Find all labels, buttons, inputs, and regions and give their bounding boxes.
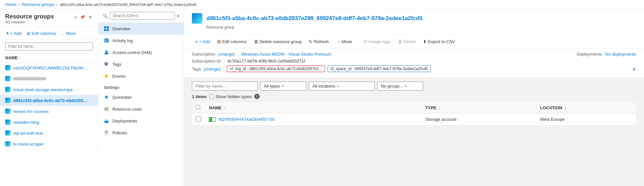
nav-item-costs[interactable]: $ Resource costs xyxy=(99,103,184,115)
nav-item-activity-label: Activity log xyxy=(112,38,133,43)
columns-icon-content: ⊞ xyxy=(217,39,221,44)
types-filter-select[interactable]: All types ▾ xyxy=(260,82,306,91)
more-button[interactable]: ... More xyxy=(60,30,76,37)
delete-resource-group-button[interactable]: 🗑 Delete resource group xyxy=(251,38,305,45)
nav-item-events[interactable]: Events xyxy=(99,70,184,82)
location-sort-icon[interactable]: ↕ xyxy=(564,106,566,110)
content-edit-columns-button[interactable]: ⊞ Edit columns xyxy=(214,38,250,45)
resource-title: d861c5f3-a5ba-4c0c-ab73-e0db2937e299_699… xyxy=(206,15,423,22)
move-icon: → xyxy=(336,39,340,44)
nav-item-events-label: Events xyxy=(112,74,126,79)
nav-item-iam-label: Access control (IAM) xyxy=(112,50,152,55)
type-sort-icon[interactable]: ↕ xyxy=(439,106,441,110)
chevron-down-icon: ▾ xyxy=(282,84,284,88)
grouping-filter-label: No groupi... xyxy=(381,84,403,89)
deployments-value[interactable]: No deployments xyxy=(605,52,636,57)
resource-type: Resource group xyxy=(206,25,636,30)
nav-item-tags[interactable]: Tags xyxy=(99,58,184,70)
export-icon: ⬇ xyxy=(423,39,426,44)
assign-tags-icon: 🏷 xyxy=(363,39,367,44)
nav-collapse-button[interactable]: « xyxy=(177,13,180,19)
info-icon: i xyxy=(254,94,260,99)
tags-change-link[interactable]: (change) xyxy=(203,66,220,71)
resource-filter-input[interactable] xyxy=(192,82,258,91)
nav-item-costs-label: Resource costs xyxy=(112,107,142,112)
sidebar-collapse-button[interactable]: « xyxy=(74,14,78,20)
subscription-change-link[interactable]: (change) xyxy=(218,52,235,57)
sidebar-item-label-3: d861c5f3-a5ba-4c0c-ab73-e0db293... xyxy=(13,98,87,103)
activity-icon xyxy=(104,38,109,43)
breadcrumb-resource-groups[interactable]: Resource groups xyxy=(22,2,55,7)
refresh-button[interactable]: ↻ Refresh xyxy=(306,38,332,45)
subscription-name-link[interactable]: Windows Azure MSDN - Visual Studio Premi… xyxy=(241,52,331,57)
show-hidden-types-checkbox[interactable] xyxy=(209,94,214,99)
move-button[interactable]: → Move xyxy=(333,38,356,45)
name-sort-icon[interactable]: ↕ xyxy=(224,106,226,110)
deployments-icon xyxy=(104,118,109,123)
subscription-id-value: 4c70a177-b978-43f9-9fc0-1e50dd20271f xyxy=(227,59,305,64)
sidebar-item-label-7: tv-maze-scraper xyxy=(13,142,44,146)
assign-tags-button[interactable]: 🏷 Assign tags xyxy=(360,38,394,45)
content-toolbar: + + Add ⊞ Edit columns 🗑 Delete resource… xyxy=(184,35,644,48)
nav-item-tags-label: Tags xyxy=(112,62,121,67)
nav-item-deployments[interactable]: Deployments xyxy=(99,115,184,127)
nav-item-policies[interactable]: Policies xyxy=(99,127,184,139)
locations-filter-select[interactable]: All locations ▾ xyxy=(309,82,375,91)
sidebar-item-5[interactable]: rwwilden-blog xyxy=(0,117,98,128)
types-filter-label: All types xyxy=(264,84,280,89)
nav-search-input[interactable] xyxy=(110,12,175,20)
sidebar-item-1[interactable] xyxy=(0,73,98,84)
nav-item-quickstart[interactable]: Quickstart xyxy=(99,91,184,103)
breadcrumb-home[interactable]: Home xyxy=(5,2,17,7)
sidebar-filter-input[interactable] xyxy=(5,42,93,50)
tag-badge-1[interactable]: cf_space_id : 699247e8-ddf7-4eb7-979a-2e… xyxy=(328,66,431,72)
th-name: NAME ↕ xyxy=(205,102,421,113)
subscription-id-label: Subscription ID xyxy=(192,59,221,64)
nav-item-overview[interactable]: Overview xyxy=(99,23,184,35)
resource-name-link[interactable]: fd24559344474a43b4455730 xyxy=(219,117,275,122)
columns-icon: ⊞ xyxy=(27,31,30,36)
show-hidden-types-label[interactable]: Show hidden types xyxy=(209,94,252,99)
sidebar-item-0[interactable]: cdsSGQPXR45CUMWBCZHLTlMJM-... xyxy=(0,63,98,73)
content-header: d861c5f3-a5ba-4c0c-ab73-e0db2937e299_699… xyxy=(184,9,644,35)
nav-search-area: 🔍 « xyxy=(99,9,184,23)
breadcrumb: Home › Resource groups › d861c5f3-a5ba-4… xyxy=(0,0,644,9)
resource-table: NAME ↕ TYPE ↕ LOCATION ↕ xyxy=(192,102,636,125)
subscription-info: Subscription (change) : Windows Azure MS… xyxy=(184,48,644,78)
svg-rect-6 xyxy=(105,40,107,41)
export-csv-button[interactable]: ⬇ Export to CSV xyxy=(420,38,458,45)
sidebar-pin-button[interactable]: 📌 xyxy=(80,14,86,20)
policies-icon xyxy=(104,130,109,135)
sidebar-item-2[interactable]: cloud-shell-storage-westeurope xyxy=(0,84,98,95)
sidebar-item-6[interactable]: sql-ad-auth-test xyxy=(0,128,98,139)
row-checkbox[interactable] xyxy=(196,116,201,121)
nav-item-iam[interactable]: Access control (IAM) xyxy=(99,46,184,58)
sidebar-item-4[interactable]: horses-for-courses xyxy=(0,106,98,117)
edit-columns-button[interactable]: ⊞ Edit columns xyxy=(26,30,57,37)
svg-rect-7 xyxy=(105,41,106,42)
nav-item-policies-label: Policies xyxy=(112,130,127,135)
sidebar-list: cdsSGQPXR45CUMWBCZHLTlMJM-... cloud-shel… xyxy=(0,63,98,186)
content-add-button[interactable]: + + Add xyxy=(192,38,213,45)
svg-point-9 xyxy=(105,63,106,64)
tags-collapse-button[interactable]: ∧ xyxy=(632,66,636,72)
delete-button[interactable]: 🗑 Delete xyxy=(395,38,419,45)
grouping-filter-select[interactable]: No groupi... ▾ xyxy=(377,82,423,91)
search-icon: 🔍 xyxy=(103,13,108,18)
svg-rect-0 xyxy=(104,26,106,28)
add-button[interactable]: + + Add xyxy=(5,30,22,37)
sidebar-item-7[interactable]: tv-maze-scraper xyxy=(0,139,98,149)
sidebar-list-header: NAME ↕ xyxy=(0,53,98,63)
delete-icon: 🗑 xyxy=(398,39,402,44)
sidebar-item-3[interactable]: d861c5f3-a5ba-4c0c-ab73-e0db293... xyxy=(0,95,98,106)
tag-badge-0[interactable]: cf_org_id : d861c5f3-a5ba-4c0c-ab73-e0db… xyxy=(227,66,325,72)
sidebar-item-label-4: horses-for-courses xyxy=(13,109,49,114)
items-count: 1 items xyxy=(192,94,207,99)
sidebar-close-button[interactable]: ✕ xyxy=(88,14,93,20)
row-type-cell: Storage account xyxy=(421,113,536,125)
cube-icon-2 xyxy=(5,87,11,92)
select-all-checkbox[interactable] xyxy=(196,105,200,109)
delete-rg-icon: 🗑 xyxy=(254,39,258,44)
th-checkbox xyxy=(192,102,205,113)
nav-item-activity[interactable]: Activity log xyxy=(99,35,184,46)
